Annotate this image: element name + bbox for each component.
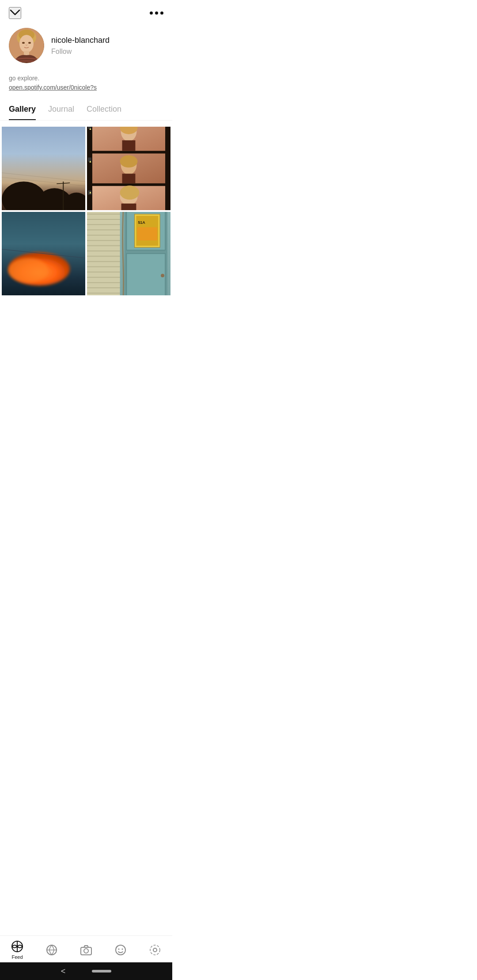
sky-dusk-image (2, 127, 85, 210)
profile-info: nicole-blanchard Follow (51, 36, 110, 56)
tab-journal[interactable]: Journal (48, 105, 74, 120)
svg-text:51A: 51A (138, 220, 145, 225)
gallery-grid: ▲ ▲ ▲ (0, 125, 172, 297)
more-options-button[interactable] (150, 11, 163, 15)
svg-rect-29 (122, 140, 136, 151)
avatar-image (9, 28, 44, 63)
bio-section: go explore. open.spotify.com/user/0nicol… (0, 70, 172, 100)
dot (150, 11, 153, 15)
dot (155, 11, 158, 15)
username: nicole-blanchard (51, 36, 110, 45)
profile-section: nicole-blanchard Follow (0, 23, 172, 70)
door-image: 51A (87, 212, 170, 295)
svg-point-34 (120, 185, 140, 200)
tab-collection[interactable]: Collection (87, 105, 121, 120)
gallery-item[interactable]: 51A (87, 212, 170, 295)
svg-point-7 (22, 42, 25, 44)
gallery-item[interactable] (2, 127, 85, 210)
svg-rect-67 (138, 242, 156, 245)
svg-point-8 (28, 42, 31, 44)
svg-text:▲: ▲ (89, 160, 92, 163)
avatar (9, 28, 44, 63)
tabs-bar: Gallery Journal Collection (0, 100, 172, 121)
svg-rect-32 (122, 173, 136, 183)
cloud-sunset-image (2, 212, 85, 295)
svg-point-38 (8, 258, 48, 283)
gallery-item[interactable] (2, 212, 85, 295)
svg-text:▲: ▲ (89, 127, 92, 130)
svg-text:▲: ▲ (89, 191, 92, 194)
svg-point-5 (19, 35, 34, 53)
bio-link[interactable]: open.spotify.com/user/0nicole?s (9, 84, 97, 91)
top-nav (0, 0, 172, 23)
follow-button[interactable]: Follow (51, 48, 110, 56)
film-strip-image: ▲ ▲ ▲ (87, 127, 170, 210)
back-button[interactable] (9, 7, 21, 19)
gallery-item[interactable]: ▲ ▲ ▲ (87, 127, 170, 210)
svg-point-62 (161, 274, 164, 277)
bio-text: go explore. (9, 75, 163, 82)
svg-rect-61 (127, 254, 166, 296)
svg-rect-66 (137, 227, 157, 241)
tab-gallery[interactable]: Gallery (9, 105, 36, 120)
dot (160, 11, 163, 15)
svg-point-31 (120, 155, 138, 168)
svg-rect-35 (121, 204, 136, 210)
